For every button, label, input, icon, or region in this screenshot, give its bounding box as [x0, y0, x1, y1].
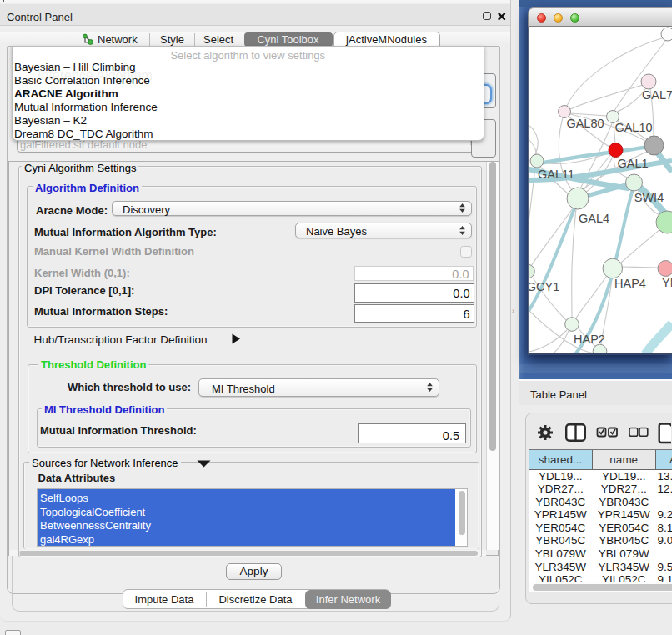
svg-text:GCY1: GCY1: [529, 280, 559, 293]
svg-text:GAL80: GAL80: [566, 117, 604, 130]
svg-text:GAL7: GAL7: [642, 88, 672, 102]
svg-text:SWI4: SWI4: [634, 191, 664, 204]
svg-text:GAL4: GAL4: [579, 212, 609, 225]
svg-text:YM: YM: [662, 276, 672, 289]
svg-text:GAL1: GAL1: [617, 157, 648, 170]
svg-text:HAP2: HAP2: [574, 332, 605, 346]
svg-text:GAL10: GAL10: [614, 121, 652, 134]
svg-text:HAP4: HAP4: [614, 277, 646, 290]
svg-text:GAL11: GAL11: [538, 168, 574, 181]
